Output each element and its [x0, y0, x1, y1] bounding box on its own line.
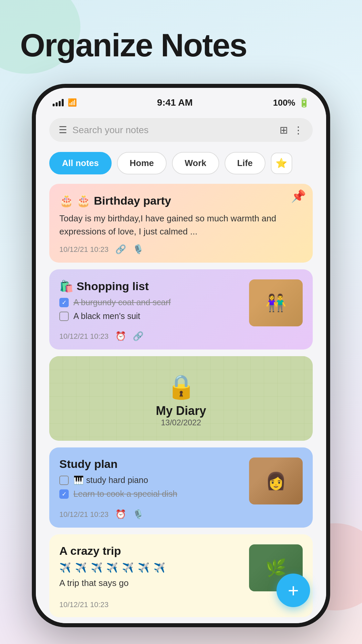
checkbox-2[interactable]: [59, 312, 69, 321]
study-item-2: ✓ Learn to cook a special dish: [59, 489, 242, 499]
filter-tabs: All notes Home Work Life ⭐: [49, 152, 313, 174]
pin-icon: 📌: [291, 189, 306, 203]
note-date-study: 10/12/21 10:23: [59, 510, 109, 519]
checkbox-1[interactable]: ✓: [59, 298, 69, 307]
status-time: 9:41 AM: [157, 97, 193, 108]
alarm-icon: ⏰: [115, 331, 126, 341]
search-bar[interactable]: ☰ Search your notes ⊞ ⋮: [49, 118, 313, 142]
note-title-trip: A crazy trip: [59, 544, 242, 557]
note-card-shopping[interactable]: 🛍️ Shopping list ✓ A burgundy coat and s…: [49, 269, 313, 350]
phone-screen: 📶 9:41 AM 100% 🔋 ☰ Search your notes ⊞ ⋮…: [36, 88, 326, 623]
note-date-trip: 10/12/21 10:23: [59, 600, 109, 609]
page-title: Organize Notes: [20, 27, 247, 64]
trip-emoji-row: ✈️ ✈️ ✈️ ✈️ ✈️ ✈️ ✈️: [59, 562, 242, 573]
note-title-birthday: 🎂 🎂 Birthday party: [59, 194, 303, 207]
checklist-text-2: A black men's suit: [73, 311, 140, 321]
tab-life[interactable]: Life: [225, 152, 265, 174]
study-checkbox-1[interactable]: [59, 476, 69, 485]
note-card-trip[interactable]: A crazy trip ✈️ ✈️ ✈️ ✈️ ✈️ ✈️ ✈️ A trip…: [49, 534, 313, 617]
trip-inner: A crazy trip ✈️ ✈️ ✈️ ✈️ ✈️ ✈️ ✈️ A trip…: [59, 544, 303, 596]
link-icon-2: 🔗: [133, 331, 143, 341]
status-left: 📶: [53, 98, 77, 107]
status-right: 100% 🔋: [273, 98, 309, 108]
note-card-diary[interactable]: 🔒 My Diary 13/02/2022: [49, 356, 313, 441]
battery-percent: 100%: [273, 98, 295, 108]
study-text-2: Learn to cook a special dish: [73, 489, 177, 499]
trip-content: A crazy trip ✈️ ✈️ ✈️ ✈️ ✈️ ✈️ ✈️ A trip…: [59, 544, 242, 596]
note-date-shopping: 10/12/21 10:23: [59, 332, 109, 341]
fab-add-note[interactable]: +: [277, 574, 310, 607]
lock-icon: 🔒: [167, 373, 196, 400]
checklist-text-1: A burgundy coat and scarf: [73, 298, 171, 307]
study-text-1: 🎹 study hard piano: [73, 475, 148, 485]
checklist-item-1: ✓ A burgundy coat and scarf: [59, 298, 242, 307]
note-date-birthday: 10/12/21 10:23: [59, 245, 109, 254]
status-bar: 📶 9:41 AM 100% 🔋: [36, 88, 326, 111]
hamburger-icon[interactable]: ☰: [59, 124, 67, 136]
shopping-image: 👫: [249, 279, 303, 326]
microphone-icon-2: 🎙️: [133, 509, 143, 520]
microphone-icon: 🎙️: [133, 244, 143, 255]
note-card-birthday[interactable]: 📌 🎂 🎂 Birthday party Today is my birthda…: [49, 184, 313, 263]
study-content: Study plan 🎹 study hard piano ✓ Learn to…: [59, 458, 242, 504]
note-date-diary: 13/02/2022: [161, 418, 201, 427]
note-body-trip: A trip that says go: [59, 577, 242, 590]
shopping-content: 🛍️ Shopping list ✓ A burgundy coat and s…: [59, 279, 242, 326]
study-inner: Study plan 🎹 study hard piano ✓ Learn to…: [59, 458, 303, 504]
tab-work[interactable]: Work: [172, 152, 219, 174]
study-checkbox-2[interactable]: ✓: [59, 489, 69, 499]
phone-frame: 📶 9:41 AM 100% 🔋 ☰ Search your notes ⊞ ⋮…: [32, 84, 330, 627]
note-footer-shopping: 10/12/21 10:23 ⏰ 🔗: [59, 331, 303, 341]
signal-icon: [53, 99, 64, 106]
note-card-study[interactable]: Study plan 🎹 study hard piano ✓ Learn to…: [49, 447, 313, 528]
note-footer-study: 10/12/21 10:23 ⏰ 🎙️: [59, 509, 303, 520]
tab-all-notes[interactable]: All notes: [49, 152, 112, 174]
app-content: ☰ Search your notes ⊞ ⋮ All notes Home W…: [36, 111, 326, 623]
tab-home[interactable]: Home: [117, 152, 167, 174]
grid-view-icon[interactable]: ⊞: [280, 124, 288, 136]
tab-bookmark[interactable]: ⭐: [271, 153, 292, 174]
study-image: 👩: [249, 458, 303, 504]
note-title-shopping: 🛍️ Shopping list: [59, 279, 242, 293]
more-options-icon[interactable]: ⋮: [293, 124, 303, 136]
note-footer-trip: 10/12/21 10:23: [59, 600, 303, 609]
shopping-inner: 🛍️ Shopping list ✓ A burgundy coat and s…: [59, 279, 303, 326]
link-icon: 🔗: [115, 244, 126, 255]
notes-list: 📌 🎂 🎂 Birthday party Today is my birthda…: [49, 184, 313, 617]
note-title-diary: My Diary: [156, 404, 206, 418]
search-input[interactable]: Search your notes: [72, 125, 274, 136]
alarm-icon-2: ⏰: [115, 509, 126, 520]
note-body-birthday: Today is my birthday,I have gained so mu…: [59, 212, 303, 238]
checklist-item-2: A black men's suit: [59, 311, 242, 321]
study-item-1: 🎹 study hard piano: [59, 475, 242, 485]
note-title-study: Study plan: [59, 458, 242, 471]
wifi-icon: 📶: [68, 98, 77, 107]
note-footer-birthday: 10/12/21 10:23 🔗 🎙️: [59, 244, 303, 255]
battery-icon: 🔋: [299, 98, 309, 108]
